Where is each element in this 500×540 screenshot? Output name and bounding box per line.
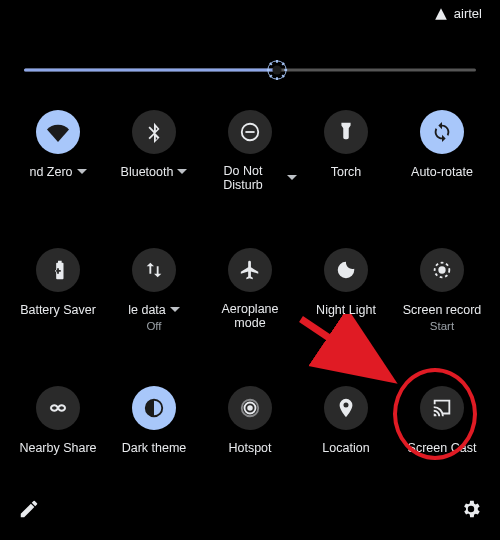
tile-label: Do Not Disturb — [203, 164, 283, 192]
carrier-label: airtel — [454, 6, 482, 21]
tile-label: Night Light — [316, 303, 376, 317]
tile-label: Dark theme — [122, 441, 187, 455]
chevron-down-icon[interactable] — [170, 305, 180, 315]
dark-theme-icon[interactable] — [132, 386, 176, 430]
tile-location[interactable]: Location — [298, 386, 394, 470]
svg-point-0 — [273, 65, 282, 74]
svg-rect-11 — [245, 131, 254, 133]
cast-icon[interactable] — [420, 386, 464, 430]
settings-button[interactable] — [460, 498, 482, 524]
svg-point-12 — [438, 266, 445, 273]
tile-label: Aeroplane mode — [210, 302, 290, 330]
tile-dnd[interactable]: Do Not Disturb — [202, 110, 298, 206]
tile-label: le data — [128, 303, 166, 317]
tile-nearby-share[interactable]: Nearby Share — [10, 386, 106, 470]
screen-record-icon[interactable] — [420, 248, 464, 292]
brightness-fill — [24, 69, 277, 72]
tile-sublabel: Start — [430, 320, 454, 332]
nearby-share-icon[interactable] — [36, 386, 80, 430]
torch-icon[interactable] — [324, 110, 368, 154]
brightness-thumb[interactable] — [266, 59, 288, 81]
chevron-down-icon[interactable] — [287, 173, 297, 183]
status-bar: airtel — [434, 6, 482, 21]
tile-label: Torch — [331, 165, 362, 179]
tile-label: Location — [322, 441, 369, 455]
dnd-icon[interactable] — [228, 110, 272, 154]
quick-settings-grid: nd Zero Bluetooth Do Not Disturb Torch — [0, 100, 500, 470]
tile-label: Auto-rotate — [411, 165, 473, 179]
tile-mobile-data[interactable]: le data Off — [106, 248, 202, 344]
night-light-icon[interactable] — [324, 248, 368, 292]
tile-screen-record[interactable]: Screen record Start — [394, 248, 490, 344]
location-icon[interactable] — [324, 386, 368, 430]
tile-label: Battery Saver — [20, 303, 96, 317]
tile-label: nd Zero — [29, 165, 72, 179]
tile-label: Screen record — [403, 303, 482, 317]
tile-autorotate[interactable]: Auto-rotate — [394, 110, 490, 206]
brightness-slider[interactable] — [24, 60, 476, 80]
footer — [18, 498, 482, 524]
mobile-data-icon[interactable] — [132, 248, 176, 292]
tile-label: Hotspot — [228, 441, 271, 455]
hotspot-icon[interactable] — [228, 386, 272, 430]
tile-torch[interactable]: Torch — [298, 110, 394, 206]
bluetooth-icon[interactable] — [132, 110, 176, 154]
chevron-down-icon[interactable] — [77, 167, 87, 177]
wifi-icon[interactable] — [36, 110, 80, 154]
tile-sublabel: Off — [146, 320, 161, 332]
tile-label: Bluetooth — [121, 165, 174, 179]
tile-dark-theme[interactable]: Dark theme — [106, 386, 202, 470]
tile-wifi[interactable]: nd Zero — [10, 110, 106, 206]
chevron-down-icon[interactable] — [177, 167, 187, 177]
svg-point-15 — [247, 405, 253, 411]
tile-aeroplane[interactable]: Aeroplane mode — [202, 248, 298, 344]
edit-button[interactable] — [18, 498, 40, 524]
signal-icon — [434, 7, 448, 21]
autorotate-icon[interactable] — [420, 110, 464, 154]
tile-bluetooth[interactable]: Bluetooth — [106, 110, 202, 206]
battery-saver-icon[interactable] — [36, 248, 80, 292]
aeroplane-icon[interactable] — [228, 248, 272, 292]
tile-hotspot[interactable]: Hotspot — [202, 386, 298, 470]
tile-label: Nearby Share — [19, 441, 96, 455]
tile-label: Screen Cast — [408, 441, 477, 455]
tile-battery-saver[interactable]: Battery Saver — [10, 248, 106, 344]
tile-screen-cast[interactable]: Screen Cast — [394, 386, 490, 470]
tile-night-light[interactable]: Night Light — [298, 248, 394, 344]
